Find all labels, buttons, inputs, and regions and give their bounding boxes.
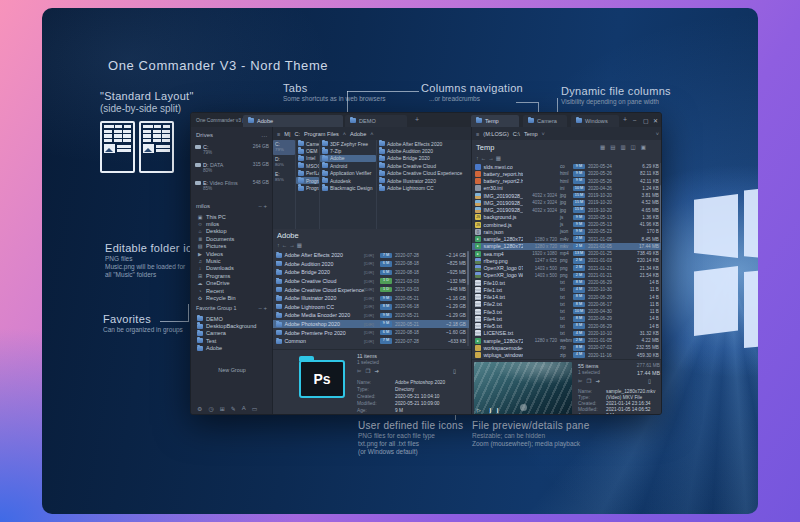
file-row[interactable]: JSbackground.jsjs9 M2020-05-131.36 KB: [472, 214, 662, 221]
breadcrumb-segment[interactable]: Program Files: [304, 131, 339, 137]
scrollbar[interactable]: [467, 251, 469, 346]
new-tab-button[interactable]: +: [415, 116, 419, 123]
favorite-item-camera[interactable]: Camera: [191, 330, 273, 337]
file-row[interactable]: ▸sample_1280x720.mkv1280 x 720mkv2 M2021…: [472, 243, 662, 250]
view-icon[interactable]: ▣: [641, 144, 651, 150]
file-row[interactable]: ▸sea.mp41920 x 1080mp413 M2020-01-25738.…: [472, 250, 662, 257]
file-row[interactable]: ▸sample_1280x720.m4v1280 x 720m4v2 M2021…: [472, 236, 662, 243]
grid-icon[interactable]: ▦: [297, 242, 304, 248]
drive-item[interactable]: D: DATA315 GB80%: [195, 162, 269, 177]
sidebar-item-documents[interactable]: ≣Documents: [191, 235, 273, 242]
chevron-down-icon[interactable]: ˅: [656, 131, 659, 137]
file-row[interactable]: File1.txttxt4 M2020-10-3011 B: [472, 286, 662, 293]
move-icon[interactable]: ➜: [596, 378, 605, 384]
column-drive-item[interactable]: C:79%: [273, 140, 295, 155]
sidebar-item-programs[interactable]: ⊞Programs: [191, 272, 273, 279]
menu-icon[interactable]: ≡: [277, 131, 280, 137]
history-icon[interactable]: ◷: [208, 405, 213, 412]
grid-icon[interactable]: ▦: [496, 155, 503, 161]
chevron-down-icon[interactable]: ˅: [542, 131, 545, 137]
font-icon[interactable]: A: [242, 405, 246, 412]
sidebar-item-downloads[interactable]: ↓Downloads: [191, 265, 273, 272]
file-row[interactable]: IMG_20190928_151104.jpg4032 x 3024jpg15 …: [472, 199, 662, 206]
column-item[interactable]: Adobe Creative Cloud Experience: [377, 170, 471, 177]
file-row[interactable]: battery_report2.htmlhtml9 M2020-05-2642.…: [472, 178, 662, 185]
file-row[interactable]: rfberg.png1247 x 625png2 M2021-01-03220.…: [472, 257, 662, 264]
column-item[interactable]: Camera: [296, 140, 319, 147]
menu-icon[interactable]: ≡: [476, 131, 479, 137]
sidebar-item-this-pc[interactable]: ▣This PC: [191, 213, 273, 220]
copy-icon[interactable]: ❐: [587, 378, 596, 384]
column-item[interactable]: ProgramData: [296, 184, 319, 191]
forward-icon[interactable]: →: [488, 155, 496, 161]
cut-icon[interactable]: ✂: [578, 378, 587, 384]
right-breadcrumb[interactable]: ≡ (M:LOSG) C:\ Temp ˅ ˅: [472, 127, 662, 140]
favorite-item-adobe[interactable]: Adobe: [191, 345, 273, 352]
column-item[interactable]: Intel: [296, 155, 319, 162]
column-item[interactable]: MSOCache: [296, 162, 319, 169]
file-row[interactable]: Common[DIR]7 M2020-07-28~633 KB: [273, 337, 469, 346]
maximize-button[interactable]: ▢: [643, 117, 649, 124]
drive-item[interactable]: E: Video Films548 GB85%: [195, 180, 269, 195]
tab-camera[interactable]: Camera: [523, 115, 567, 128]
file-row[interactable]: File2.txttxt8 M2020-06-1711 B: [472, 301, 662, 308]
new-tab-button[interactable]: +: [623, 116, 627, 123]
titlebar[interactable]: One Commander v3 β413 AdobeDEMO + TempCa…: [191, 113, 662, 127]
sidebar-item-music[interactable]: ♫Music: [191, 257, 273, 264]
trash-icon[interactable]: ▯: [453, 368, 456, 374]
column-item[interactable]: Adobe: [320, 155, 376, 162]
column-item[interactable]: 7-Zip: [320, 147, 376, 154]
favorite-item-demo[interactable]: DEMO: [191, 315, 273, 322]
column-item[interactable]: Adobe Illustrator 2020: [377, 177, 471, 184]
column-item[interactable]: PerfLogs: [296, 170, 319, 177]
move-icon[interactable]: ➜: [375, 368, 384, 374]
column-item[interactable]: 3DF Zephyr Free: [320, 140, 376, 147]
tab-temp[interactable]: Temp: [471, 115, 519, 128]
settings-icon[interactable]: ⚙: [197, 405, 202, 412]
column-item[interactable]: Autodesk: [320, 177, 376, 184]
column-item[interactable]: Android: [320, 162, 376, 169]
favorite-item-desktopbackground[interactable]: DesktopBackground: [191, 322, 273, 329]
chevron-up-icon[interactable]: ˄: [343, 131, 346, 137]
drives-menu-icon[interactable]: ⋯: [261, 132, 267, 139]
file-row[interactable]: Adobe Media Encoder 2020[DIR]9 M2020-05-…: [273, 311, 469, 320]
trash-icon[interactable]: ▯: [648, 378, 651, 384]
drive-item[interactable]: C: 264 GB79%: [195, 144, 269, 159]
file-row[interactable]: battery_report.htmlhtml9 M2020-05-2682.1…: [472, 170, 662, 177]
column-drive-item[interactable]: D:80%: [273, 155, 295, 170]
file-row[interactable]: Adobe Lightroom CC[DIR]8 M2020-06-18~1.2…: [273, 303, 469, 312]
cut-icon[interactable]: ✂: [357, 368, 366, 374]
breadcrumb-drive[interactable]: C:\: [513, 131, 520, 137]
breadcrumb-segment[interactable]: Adobe: [350, 131, 366, 137]
file-row[interactable]: Adobe Audition 2020[DIR]6 M2020-08-18~82…: [273, 260, 469, 269]
file-row[interactable]: File4.txttxt8 M2020-06-2914 B: [472, 315, 662, 322]
file-row[interactable]: File14.txttxt8 M2020-06-2914 B: [472, 294, 662, 301]
sidebar-item-onedrive[interactable]: ☁OneDrive: [191, 280, 273, 287]
file-row[interactable]: err30.iniini10 M2020-04-261.24 KB: [472, 185, 662, 192]
sidebar-item-desktop[interactable]: ⌂Desktop: [191, 228, 273, 235]
file-row[interactable]: Adobe Bridge 2020[DIR]6 M2020-08-18~925 …: [273, 268, 469, 277]
file-row[interactable]: ▸sample_1280x720.webm1280 x 720webm2 M20…: [472, 337, 662, 344]
file-row[interactable]: OpenXR_logo 075.png1403 x 500png2 M2021-…: [472, 265, 662, 272]
breadcrumb-segment[interactable]: Temp: [524, 131, 538, 137]
column-item[interactable]: Adobe Audition 2020: [377, 147, 471, 154]
tab-adobe[interactable]: Adobe: [243, 115, 343, 128]
file-row[interactable]: IMG_20190928_150455.jpg4032 x 3024jpg15 …: [472, 192, 662, 199]
column-item[interactable]: Adobe After Effects 2020: [377, 140, 471, 147]
chevron-up-icon[interactable]: ˄: [370, 131, 373, 137]
breadcrumb-drive[interactable]: C:: [294, 131, 300, 137]
copy-icon[interactable]: ❐: [366, 368, 375, 374]
file-row[interactable]: slds.mexi.coco9 M2020-05-246.29 KB: [472, 163, 662, 170]
edit-icon[interactable]: ✎: [231, 405, 236, 412]
favorites-controls[interactable]: – +: [258, 305, 267, 311]
file-row[interactable]: Adobe Illustrator 2020[DIR]9 M2020-05-21…: [273, 294, 469, 303]
column-item[interactable]: Application Verifier: [320, 170, 376, 177]
close-button[interactable]: ✕: [653, 117, 658, 124]
file-row[interactable]: Adobe Premiere Pro 2020[DIR]6 M2020-08-1…: [273, 328, 469, 337]
media-preview[interactable]: ▷ ❙❙: [474, 362, 572, 415]
view-icon[interactable]: ▦: [600, 144, 610, 150]
sidebar-item-recent[interactable]: ◔Recent: [191, 287, 273, 294]
column-item[interactable]: Adobe Creative Cloud: [377, 162, 471, 169]
file-row[interactable]: OpenXR_logo White.png1403 x 500png2 M202…: [472, 272, 662, 279]
file-row[interactable]: Adobe After Effects 2020[DIR]7 M2020-07-…: [273, 251, 469, 260]
